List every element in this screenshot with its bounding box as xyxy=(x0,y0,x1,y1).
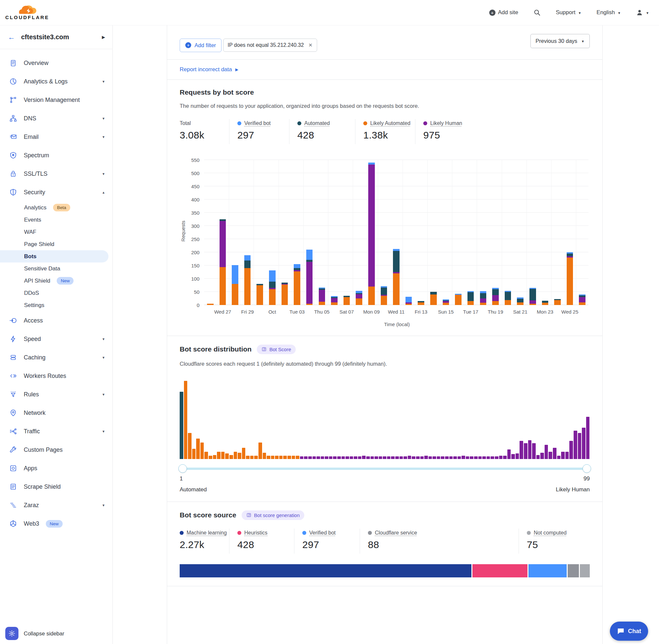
distribution-bar[interactable] xyxy=(346,456,349,459)
sidebar-item-analytics[interactable]: AnalyticsBeta xyxy=(0,202,112,214)
sidebar-item-email[interactable]: Email▼ xyxy=(0,128,112,146)
chat-button[interactable]: Chat xyxy=(610,622,648,641)
distribution-bar[interactable] xyxy=(300,456,304,459)
distribution-bar[interactable] xyxy=(424,456,428,459)
distribution-bar[interactable] xyxy=(213,455,217,459)
distribution-bar[interactable] xyxy=(391,456,395,459)
distribution-bar[interactable] xyxy=(516,454,519,459)
chart-bar[interactable] xyxy=(381,286,387,305)
distribution-bar[interactable] xyxy=(503,456,507,459)
distribution-bar[interactable] xyxy=(180,392,183,459)
distribution-bar[interactable] xyxy=(292,456,296,459)
distribution-bar[interactable] xyxy=(296,456,299,459)
distribution-bar[interactable] xyxy=(342,456,345,459)
slider-handle-min[interactable] xyxy=(178,464,187,473)
sidebar-item-page-shield[interactable]: Page Shield xyxy=(0,238,112,250)
distribution-bar[interactable] xyxy=(234,452,237,459)
chart-bar[interactable] xyxy=(356,291,362,305)
distribution-bar[interactable] xyxy=(350,456,353,459)
distribution-bar[interactable] xyxy=(267,456,270,459)
distribution-bar[interactable] xyxy=(287,456,291,459)
distribution-bar[interactable] xyxy=(250,456,254,459)
distribution-bar[interactable] xyxy=(441,456,444,459)
distribution-bar[interactable] xyxy=(428,456,432,459)
distribution-bar[interactable] xyxy=(395,456,399,459)
stat-label[interactable]: Likely Human xyxy=(430,120,462,126)
distribution-bar[interactable] xyxy=(321,456,324,459)
chart-bar[interactable] xyxy=(219,219,226,305)
distribution-bar[interactable] xyxy=(201,442,204,459)
distribution-bar[interactable] xyxy=(532,443,536,459)
distribution-bar[interactable] xyxy=(474,456,478,459)
chart-bar[interactable] xyxy=(468,291,474,305)
distribution-bar[interactable] xyxy=(217,452,220,459)
distribution-bar[interactable] xyxy=(412,456,415,459)
distribution-bar[interactable] xyxy=(354,456,357,459)
distribution-bar[interactable] xyxy=(242,448,245,459)
distribution-bar[interactable] xyxy=(383,456,386,459)
distribution-bar[interactable] xyxy=(263,453,266,459)
sidebar-item-analytics-logs[interactable]: Analytics & Logs▼ xyxy=(0,72,112,91)
date-range-dropdown[interactable]: Previous 30 days ▼ xyxy=(531,34,590,48)
chart-bar[interactable] xyxy=(393,249,400,305)
distribution-bar[interactable] xyxy=(491,456,494,459)
bot-score-generation-badge[interactable]: Bot score generation xyxy=(242,510,304,520)
sidebar-item-workers-routes[interactable]: Workers Routes xyxy=(0,367,112,385)
distribution-bar[interactable] xyxy=(548,452,552,459)
chart-bar[interactable] xyxy=(331,296,337,305)
chart-bar[interactable] xyxy=(368,163,375,305)
sidebar-item-access[interactable]: Access xyxy=(0,311,112,330)
distribution-bar[interactable] xyxy=(466,456,469,459)
distribution-bar[interactable] xyxy=(371,456,374,459)
distribution-bar[interactable] xyxy=(254,456,258,459)
user-menu[interactable]: ▼ xyxy=(636,9,649,16)
distribution-bar[interactable] xyxy=(312,456,316,459)
stat-label[interactable]: Automated xyxy=(304,120,330,126)
distribution-bar[interactable] xyxy=(561,452,565,459)
chart-bar[interactable] xyxy=(269,270,276,305)
sidebar-item-caching[interactable]: Caching▼ xyxy=(0,348,112,367)
add-filter-button[interactable]: + Add filter xyxy=(180,39,221,52)
distribution-bar[interactable] xyxy=(403,456,407,459)
chart-bar[interactable] xyxy=(542,301,548,305)
distribution-bar[interactable] xyxy=(408,456,411,459)
distribution-bar[interactable] xyxy=(238,453,241,459)
filter-chip[interactable]: IP does not equal 35.212.240.32 ✕ xyxy=(223,39,317,52)
sidebar-item-overview[interactable]: Overview xyxy=(0,54,112,72)
search-icon[interactable] xyxy=(534,9,541,16)
distribution-bar[interactable] xyxy=(482,456,486,459)
distribution-bar[interactable] xyxy=(553,448,557,459)
back-arrow-icon[interactable]: ← xyxy=(8,33,15,41)
sidebar-item-ssl-tls[interactable]: SSL/TLS▼ xyxy=(0,164,112,183)
distribution-bar[interactable] xyxy=(545,445,548,459)
distribution-bar[interactable] xyxy=(283,456,287,459)
distribution-bar[interactable] xyxy=(569,441,573,459)
distribution-bar[interactable] xyxy=(308,456,312,459)
distribution-bar[interactable] xyxy=(540,453,544,459)
language-menu[interactable]: English ▼ xyxy=(596,9,621,16)
chart-bar[interactable] xyxy=(405,297,412,305)
sidebar-item-spectrum[interactable]: Spectrum xyxy=(0,146,112,164)
distribution-bar[interactable] xyxy=(258,442,262,459)
chart-bar[interactable] xyxy=(492,288,499,305)
sidebar-item-rules[interactable]: Rules▼ xyxy=(0,385,112,404)
distribution-bar[interactable] xyxy=(329,456,333,459)
distribution-bar[interactable] xyxy=(470,456,473,459)
distribution-bar[interactable] xyxy=(246,456,250,459)
distribution-bar[interactable] xyxy=(184,381,188,459)
sidebar-item-bots[interactable]: Bots xyxy=(0,250,109,262)
report-incorrect-data-link[interactable]: Report incorrect data ▶ xyxy=(180,66,238,73)
chart-bar[interactable] xyxy=(529,288,536,305)
sidebar-item-zaraz[interactable]: Zaraz▼ xyxy=(0,496,112,514)
chart-bar[interactable] xyxy=(257,284,263,305)
distribution-bar[interactable] xyxy=(275,456,279,459)
sidebar-item-sensitive-data[interactable]: Sensitive Data xyxy=(0,262,112,275)
chart-bar[interactable] xyxy=(579,295,586,305)
chart-bar[interactable] xyxy=(282,282,288,305)
distribution-bar[interactable] xyxy=(511,454,515,459)
distribution-bar[interactable] xyxy=(524,443,527,459)
chart-bar[interactable] xyxy=(430,292,437,305)
chart-bar[interactable] xyxy=(505,291,511,305)
stat-label[interactable]: Not computed xyxy=(534,530,567,536)
stat-label[interactable]: Verified bot xyxy=(309,530,336,536)
